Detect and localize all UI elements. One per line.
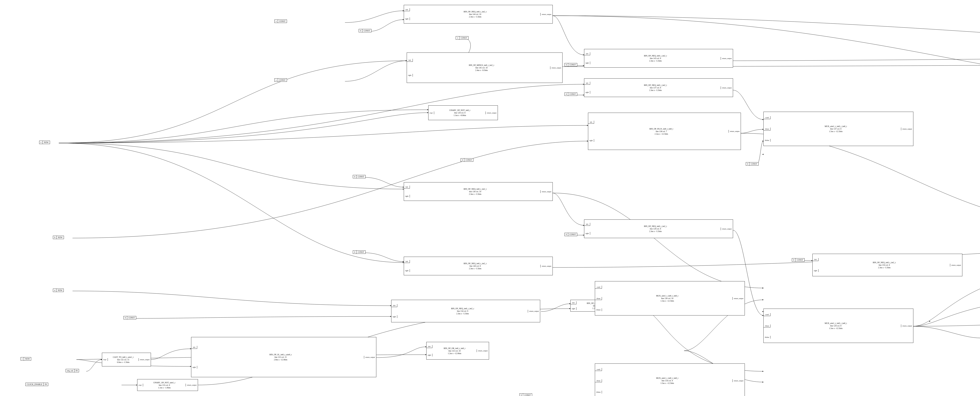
node-mux137: condiftrueiffalse MUX_uint1_t_int8_t_int…: [764, 112, 913, 146]
const-0b: 0CONST: [565, 63, 577, 67]
io-a-now: aNOW: [53, 289, 64, 292]
node-neq137: leftright BIN_OP_NEQ_int8_t_int2_tline 1…: [584, 78, 733, 97]
const-0e: 0CONST: [353, 175, 366, 178]
node-plus138: leftright BIN_OP_PLUS_int8_t_int8_tline …: [588, 113, 741, 150]
io-s-const-b: sCONST: [274, 78, 287, 82]
node-or132: leftright BIN_OP_OR_int8_t_int8_tline 13…: [426, 342, 489, 359]
const-0f: 0CONST: [565, 233, 577, 236]
io-s-now: sNOW: [39, 141, 50, 144]
const-0g: 0CONST: [353, 250, 366, 254]
graph-canvas: sCONST sCONST sNOW bNOW aNOW rNOW seq_va…: [0, 0, 980, 396]
io-r-now: rNOW: [21, 357, 31, 361]
const-0j: 0CONST: [519, 393, 532, 396]
io-s-const-a: sCONST: [274, 20, 287, 23]
node-unarynot133: expr UNARY_OP_NOT_uint1_tline 133 col. 8…: [137, 379, 198, 391]
const-0l: 0CONST: [792, 258, 805, 262]
node-mux134: condiftrueiffalse MUX_uint1_t_int8_t_int…: [595, 363, 745, 396]
const-0a: 0CONST: [359, 29, 371, 32]
node-neq130: leftright BIN_OP_NEQ_int8_t_int2_tline 1…: [404, 182, 553, 201]
const-0h: 0CONST: [124, 316, 136, 320]
node-mux129: condiftrueiffalse MUX_uint1_t_int8_t_int…: [764, 309, 913, 343]
io-seq-val-in: seq_valIN: [66, 369, 79, 372]
node-minus145: leftright BIN_OP_MINUS_int8_t_int2_tline…: [407, 52, 563, 83]
node-sl132: leftright BIN_OP_SL_int8_t_uint8_tline 1…: [191, 337, 376, 377]
io-b-now: bNOW: [53, 236, 64, 239]
node-neq144: leftright BIN_OP_NEQ_int8_t_int2_tline 1…: [404, 5, 553, 24]
const-0d: 0CONST: [461, 158, 473, 162]
const-0c: 0CONST: [565, 92, 577, 96]
node-cast132: expr CAST_TO_int8_t_uint1_tline 132 col.…: [102, 353, 151, 366]
const-1: 1CONST: [456, 36, 468, 40]
node-neq129: leftright BIN_OP_NEQ_int8_t_int2_tline 1…: [584, 219, 733, 238]
node-unarynot129: expr UNARY_OP_NOT_int8_tline 129 col. 81…: [428, 105, 498, 120]
const-0i: 0CONST: [746, 162, 759, 165]
node-mux130: condiftrueiffalse MUX_uint1_t_int8_t_int…: [595, 281, 745, 315]
node-neq143: leftright BIN_OP_NEQ_int8_t_int2_tline 1…: [584, 49, 733, 68]
io-clock-enable-in: CLOCK_ENABLEIN: [25, 383, 48, 386]
node-neq140a: leftright BIN_OP_NEQ_int8_t_int2_tline 1…: [404, 257, 553, 275]
node-neq134: leftright BIN_OP_NEQ_int8_t_int2_tline 1…: [391, 300, 540, 322]
node-neq150a: leftright BIN_OP_NEQ_int8_t_int2_tline 1…: [813, 254, 963, 276]
